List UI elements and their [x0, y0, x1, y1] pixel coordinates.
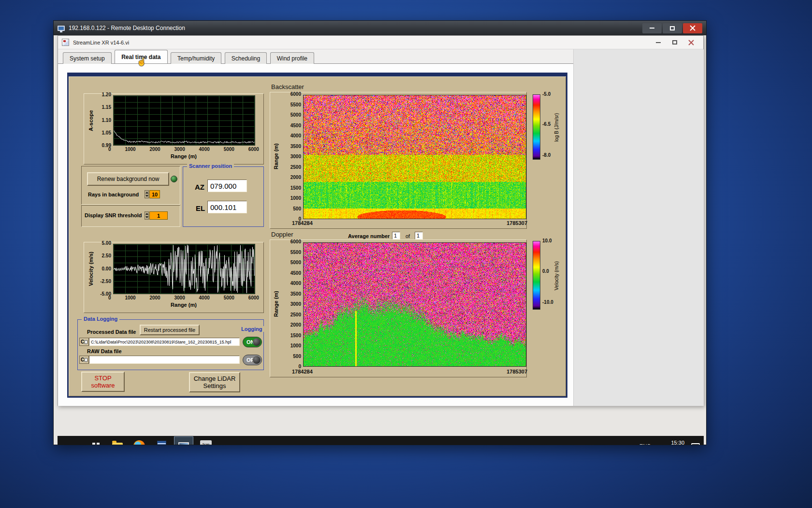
scan-scheduler-icon: ScanSched: [200, 440, 212, 445]
clock-time: 15:30: [658, 440, 684, 445]
rdp-maximize-button[interactable]: [663, 23, 682, 33]
tab-system-setup[interactable]: System setup: [63, 52, 112, 64]
tick-label: 4000: [290, 281, 301, 286]
snr-threshold-input[interactable]: 1: [149, 211, 168, 220]
rays-in-background-input[interactable]: 10: [149, 190, 160, 198]
renew-background-button[interactable]: Renew background now: [87, 172, 169, 186]
tick-label: 1.15: [102, 105, 111, 110]
velocity-y-axis-label: Velocity (m/s): [88, 242, 94, 296]
vi-icon: [62, 39, 69, 46]
hand-cursor: ☝: [137, 57, 146, 66]
raw-drive-selector[interactable]: C: [79, 356, 89, 364]
rdp-close-button[interactable]: [683, 23, 702, 33]
language-indicator[interactable]: ENG: [639, 443, 651, 445]
tick-label: 1000: [290, 343, 301, 348]
velocity-x-axis-label: Range (m): [113, 302, 254, 308]
ascope-x-ticks: 0100020003000400050006000: [108, 147, 259, 152]
active-app-button[interactable]: [174, 437, 193, 445]
tab-wind-profile[interactable]: Wind profile: [270, 52, 314, 64]
rdp-title: 192.168.0.122 - Remote Desktop Connectio…: [69, 25, 641, 31]
tick-label: 1785307: [507, 369, 527, 374]
doppler-x-ticks: 17842841785307: [292, 369, 527, 374]
tick-label: 3500: [290, 291, 301, 297]
tick-label: 2000: [290, 322, 301, 328]
az-value: 079.000: [207, 179, 247, 192]
of-label: of: [406, 233, 410, 239]
document-app-button[interactable]: [152, 437, 171, 445]
tab-scheduling[interactable]: Scheduling: [225, 52, 267, 64]
velocity-x-ticks: 0100020003000400050006000: [108, 295, 259, 300]
increment-icon: [145, 213, 148, 215]
tick-label: 1785307: [507, 220, 527, 226]
tab-temp-humidity[interactable]: Temp/humidity: [171, 52, 221, 64]
doppler-colorbar: [533, 241, 540, 310]
rdp-minimize-button[interactable]: [642, 23, 662, 33]
el-label: EL: [196, 204, 205, 212]
tick-label: 3000: [174, 295, 185, 300]
app-titlebar[interactable]: StreamLine XR v14-6.vi: [58, 36, 703, 49]
file-icon: [85, 358, 87, 362]
clock[interactable]: 15:30 15/08/2023: [658, 440, 684, 445]
ascope-graph: A-scope 1.201.151.101.050.99 01000200030…: [84, 93, 264, 164]
doppler-y-ticks: 6000550050004500400035003000250020001500…: [284, 239, 301, 369]
backscatter-colorbar: [533, 94, 540, 160]
processed-data-file-path[interactable]: C:\Lidar\Data\Proc\2023\202308\20230819\…: [89, 338, 240, 346]
tick-label: 0: [108, 295, 111, 300]
backscatter-graph: Range (m) 600055005000450040003500300025…: [270, 92, 527, 229]
file-icon: [85, 340, 87, 344]
tick-label: 3000: [290, 301, 301, 307]
tick-label: 5.00: [102, 240, 111, 246]
tick-label: 0.00: [102, 266, 111, 271]
display-app-icon: [178, 442, 189, 445]
processed-logging-toggle[interactable]: ON: [243, 337, 262, 347]
processed-drive-selector[interactable]: C: [79, 338, 89, 346]
file-explorer-icon: [112, 443, 123, 445]
change-lidar-settings-button[interactable]: Change LiDARSettings: [189, 372, 240, 392]
raw-data-file-path[interactable]: [89, 356, 240, 364]
doppler-graph: Range (m) 600055005000450040003500300025…: [270, 239, 527, 377]
stop-software-button[interactable]: STOPsoftware: [81, 372, 125, 392]
tick-label: -2.50: [100, 279, 111, 284]
tick-label: 5000: [224, 147, 234, 152]
tick-label: 1784284: [292, 220, 313, 226]
tick-label: 1000: [290, 195, 301, 201]
app-restore-button[interactable]: [667, 37, 683, 48]
firefox-button[interactable]: [130, 437, 148, 445]
tick-label: 3500: [290, 144, 301, 149]
tick-label: 1.05: [102, 130, 111, 135]
tick-label: 5500: [290, 102, 301, 107]
tick-label: 1.20: [102, 92, 111, 97]
file-explorer-button[interactable]: [108, 437, 127, 445]
rdp-titlebar[interactable]: 192.168.0.122 - Remote Desktop Connectio…: [54, 21, 706, 35]
close-icon: [688, 40, 694, 45]
scan-scheduler-button[interactable]: ScanSched: [197, 437, 215, 445]
app-title: StreamLine XR v14-6.vi: [73, 40, 650, 45]
tick-label: 4000: [199, 147, 210, 152]
rays-spinner[interactable]: [145, 190, 149, 198]
task-view-button[interactable]: [87, 437, 105, 445]
ascope-plot: [113, 95, 255, 146]
average-number-input[interactable]: 1: [392, 232, 400, 239]
task-view-icon: [92, 443, 95, 445]
tick-label: 2000: [149, 295, 160, 300]
restart-processed-file-button[interactable]: Restart processed file: [140, 325, 200, 335]
tick-label: 4500: [290, 270, 301, 276]
snr-spinner[interactable]: [145, 211, 149, 220]
backscatter-colorbar-label: log B (J/m/sr): [554, 89, 559, 166]
minimize-icon: [650, 28, 654, 29]
increment-icon: [145, 192, 148, 194]
notification-center-icon[interactable]: [691, 443, 700, 445]
lidar-front-panel: A-scope 1.201.151.101.050.99 01000200030…: [67, 73, 567, 398]
toggle-knob: [253, 338, 261, 346]
tick-label: 4000: [199, 295, 210, 300]
tick-label: 2.50: [102, 253, 111, 258]
app-minimize-button[interactable]: [650, 37, 667, 48]
remote-taskbar: ScanSched ENG 15:30 15/08/2023: [58, 436, 704, 445]
remote-desktop-session: StreamLine XR v14-6.vi System setup Real…: [54, 35, 706, 445]
app-close-button[interactable]: [683, 37, 699, 48]
raw-logging-toggle[interactable]: OFF: [243, 355, 262, 365]
velocity-plot: [113, 244, 255, 294]
tick-label: 4500: [290, 123, 301, 128]
tick-label: 4000: [290, 133, 301, 138]
velocity-graph: Velocity (m/s) 5.002.500.00-2.50-5.00 01…: [84, 242, 264, 313]
